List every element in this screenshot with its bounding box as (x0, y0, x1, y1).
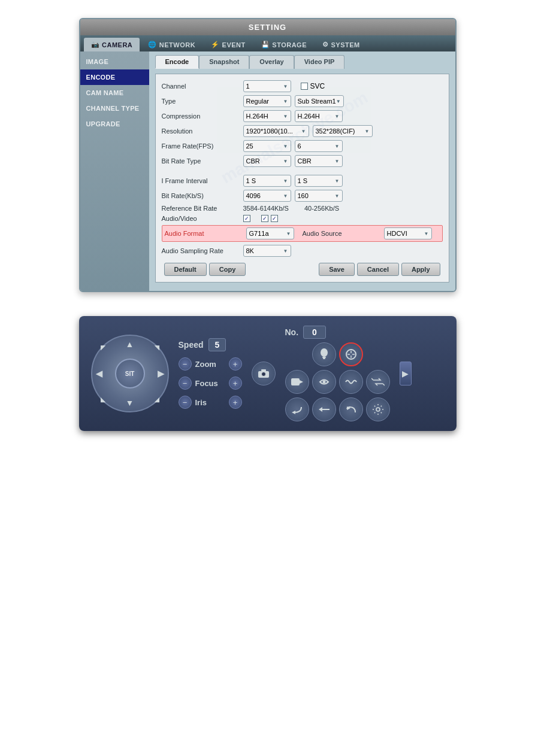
bulb-button[interactable] (312, 342, 336, 366)
audioformat-arrow-icon: ▼ (286, 231, 291, 236)
audiosource-select[interactable]: HDCVI ▼ (384, 227, 432, 239)
framerate-label: Frame Rate(FPS) (162, 142, 240, 150)
sidebar-item-camname[interactable]: CAM NAME (80, 85, 149, 101)
iframe-select[interactable]: 1 S ▼ (243, 175, 291, 187)
btn-group-right: Save Cancel Apply (319, 263, 440, 276)
camera-control-button[interactable] (252, 362, 276, 385)
joystick-down-arrow[interactable]: ▼ (126, 398, 134, 408)
svc-checkbox[interactable] (301, 83, 308, 90)
nav-tab-camera[interactable]: 📷 CAMERA (84, 38, 140, 51)
audiosampling-select[interactable]: 8K ▼ (243, 245, 291, 257)
audiovideo-checkbox-3[interactable] (271, 215, 278, 222)
ptz-joystick: ▲ ▼ ◀ ▶ ◤ ◥ ◣ ◢ SIT (91, 335, 169, 412)
framerate-select[interactable]: 25 ▼ (243, 140, 291, 152)
nav-tab-system[interactable]: ⚙ SYSTEM (315, 38, 367, 51)
save-button[interactable]: Save (319, 263, 355, 276)
setting-title-bar: SETTING (80, 19, 455, 35)
right-arrow-button[interactable]: ▶ (400, 362, 412, 385)
compression-sub-select[interactable]: H.264H ▼ (295, 110, 343, 122)
audiovideo-checkbox-1[interactable] (243, 215, 250, 222)
audiovideo-checkbox-2[interactable] (261, 215, 268, 222)
compression-select[interactable]: H.264H ▼ (243, 110, 291, 122)
wave-button[interactable] (339, 370, 363, 394)
sidebar-item-channeltype[interactable]: CHANNEL TYPE (80, 101, 149, 116)
joystick-up-arrow[interactable]: ▲ (126, 339, 134, 349)
ptz-middle: Speed 5 − Zoom + − Focus + − Iris + (179, 338, 242, 409)
sub-stream-select[interactable]: Sub Stream1 ▼ (295, 95, 344, 107)
no-value: 0 (303, 326, 326, 339)
undo-button[interactable] (339, 397, 363, 421)
framerate-sub-select[interactable]: 6 ▼ (295, 140, 343, 152)
record-button[interactable] (285, 370, 309, 394)
speed-row: Speed 5 (179, 338, 242, 351)
sub-tab-overlay[interactable]: Overlay (249, 55, 294, 69)
joystick-center[interactable]: SIT (115, 359, 145, 388)
type-select[interactable]: Regular ▼ (243, 95, 291, 107)
sidebar-item-encode-label: ENCODE (86, 74, 116, 81)
sidebar-item-encode[interactable]: ENCODE (80, 69, 149, 85)
sidebar-item-image[interactable]: IMAGE (80, 54, 149, 69)
iris-minus-button[interactable]: − (179, 396, 192, 409)
resolution-select[interactable]: 1920*1080(10... ▼ (243, 125, 309, 137)
resolution-arrow-icon: ▼ (301, 129, 306, 134)
apply-button[interactable]: Apply (401, 263, 440, 276)
joystick-dl-arrow[interactable]: ◣ (101, 396, 105, 403)
audiosampling-row: Audio Sampling Rate 8K ▼ (162, 245, 443, 257)
svc-row: SVC (301, 82, 325, 90)
audioformat-select[interactable]: G711a ▼ (246, 227, 294, 239)
joystick-right-arrow[interactable]: ▶ (158, 369, 164, 378)
ptz-highlight-button[interactable] (339, 342, 363, 366)
channel-select[interactable]: 1 ▼ (243, 80, 291, 92)
refbitrate-value: 3584-6144Kb/S (243, 205, 289, 212)
refbitrate-control: 3584-6144Kb/S 40-256Kb/S (243, 205, 340, 212)
focus-minus-button[interactable]: − (179, 377, 192, 390)
sub-tab-encode[interactable]: Encode (155, 55, 200, 69)
type-label: Type (162, 98, 240, 105)
iframe-sub-select[interactable]: 1 S ▼ (295, 175, 343, 187)
joystick-left-arrow[interactable]: ◀ (96, 369, 102, 378)
default-button[interactable]: Default (164, 263, 207, 276)
zoom-plus-button[interactable]: + (229, 357, 242, 371)
nav-tab-event[interactable]: ⚡ EVENT (204, 38, 253, 51)
main-content: Encode Snapshot Overlay Video PIP (149, 51, 455, 291)
joystick-ul-arrow[interactable]: ◤ (101, 344, 105, 351)
bitrate-select[interactable]: 4096 ▼ (243, 190, 291, 202)
return-button[interactable] (285, 397, 309, 421)
resolution-sub-arrow-icon: ▼ (365, 129, 370, 134)
iframe-control: 1 S ▼ 1 S ▼ (243, 175, 343, 187)
bitratetype-select[interactable]: CBR ▼ (243, 155, 291, 167)
no-label: No. (285, 327, 299, 337)
bitrate-sub-select[interactable]: 160 ▼ (295, 190, 343, 202)
ptz-right-col: No. 0 (285, 326, 390, 421)
sub-tab-snapshot[interactable]: Snapshot (199, 55, 249, 69)
arrow-left-button[interactable] (312, 397, 336, 421)
framerate-row: Frame Rate(FPS) 25 ▼ 6 ▼ (162, 140, 443, 152)
nav-tab-storage[interactable]: 💾 STORAGE (254, 38, 314, 51)
iframe-label: I Frame Interval (162, 177, 240, 184)
copy-button[interactable]: Copy (209, 263, 246, 276)
focus-plus-button[interactable]: + (229, 377, 242, 390)
sub-tabs: Encode Snapshot Overlay Video PIP (155, 55, 449, 69)
sub-tab-videopip[interactable]: Video PIP (294, 55, 345, 69)
flip-button[interactable] (312, 370, 336, 394)
type-row: Type Regular ▼ Sub Stream1 ▼ (162, 95, 443, 107)
iris-plus-button[interactable]: + (229, 396, 242, 409)
settings-button[interactable] (366, 397, 390, 421)
joystick-bg[interactable]: ▲ ▼ ◀ ▶ ◤ ◥ ◣ ◢ SIT (91, 335, 169, 412)
resolution-sub-select[interactable]: 352*288(CIF) ▼ (313, 125, 373, 137)
cancel-button[interactable]: Cancel (357, 263, 399, 276)
bitrate-row: Bit Rate(Kb/S) 4096 ▼ 160 ▼ (162, 190, 443, 202)
sidebar-item-upgrade[interactable]: UPGRADE (80, 116, 149, 132)
channel-arrow-icon: ▼ (283, 84, 288, 89)
setting-panel: SETTING 📷 CAMERA 🌐 NETWORK ⚡ EVENT 💾 STO… (79, 18, 457, 292)
nav-tab-network[interactable]: 🌐 NETWORK (141, 38, 202, 51)
joystick-dr-arrow[interactable]: ◢ (155, 396, 159, 403)
swap-button[interactable] (366, 370, 390, 394)
resolution-label: Resolution (162, 127, 240, 135)
svg-marker-11 (319, 407, 322, 412)
type-control: Regular ▼ Sub Stream1 ▼ (243, 95, 344, 107)
zoom-minus-button[interactable]: − (179, 357, 192, 371)
refbitrate-sub-value: 40-256Kb/S (304, 205, 339, 212)
joystick-ur-arrow[interactable]: ◥ (155, 344, 159, 351)
bitratetype-sub-select[interactable]: CBR ▼ (295, 155, 343, 167)
